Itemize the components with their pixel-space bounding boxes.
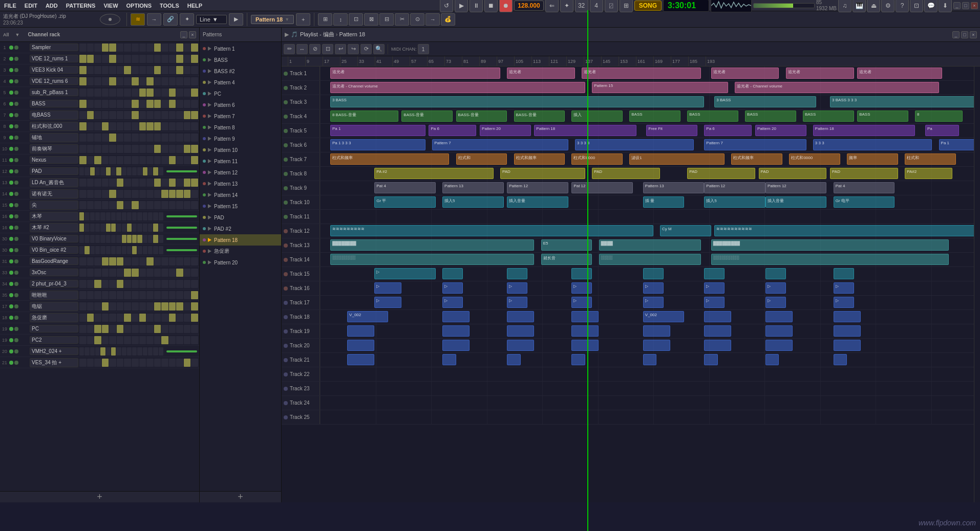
cr-pad-3[interactable] [102,111,109,119]
cr-pad-2[interactable] [94,66,101,74]
cr-pad-4[interactable] [109,55,116,63]
pl-tool-erase[interactable]: ⊘ [309,44,321,54]
cr-pad-14[interactable] [184,314,191,322]
channel-row[interactable]: 10 前奏钢琴 [0,143,199,154]
channel-mute-dot[interactable] [14,46,18,50]
cr-pad-2[interactable] [90,212,95,220]
cr-pad-5[interactable] [117,134,124,142]
cr-pad-13[interactable] [176,179,183,187]
cr-pad-1[interactable] [87,280,94,288]
pl-btn-3[interactable]: ⊡ [349,13,363,26]
cr-pad-0[interactable] [79,66,87,74]
pattern-block[interactable]: 插入音量 [507,196,568,208]
cr-pad-13[interactable] [176,77,183,85]
channel-mute-dot[interactable] [14,91,18,95]
pattern-block[interactable]: 就长音 [541,254,592,265]
pattern-item[interactable]: BASS [200,54,281,65]
track-label[interactable]: Track 16 [282,281,320,295]
channel-mute-dot[interactable] [14,214,18,218]
pattern-block[interactable]: ░░░░░░░░ [330,254,534,265]
cr-pad-9[interactable] [146,325,154,333]
cr-pad-6[interactable] [111,224,116,232]
cr-pad-10[interactable] [154,291,161,299]
cr-pad-13[interactable] [148,212,153,220]
channel-name[interactable]: PC2 [30,336,78,344]
channel-active-dot[interactable] [9,46,13,50]
song-mode-button[interactable]: SONG [634,1,662,11]
pattern-block[interactable]: 追光者 - Channel volume [330,82,585,93]
cr-pad-6[interactable] [124,179,131,187]
channel-active-dot[interactable] [9,124,13,128]
cr-pad-9[interactable] [146,359,154,367]
cr-pad-2[interactable] [94,134,101,142]
cr-pad-8[interactable] [139,77,146,85]
cr-pad-9[interactable] [146,179,154,187]
channel-mute-dot[interactable] [14,79,18,83]
pattern-mode-btn[interactable]: ≋ [131,13,145,26]
cr-pad-1[interactable] [87,77,94,85]
link-btn[interactable]: 🔗 [163,13,178,26]
channel-mute-dot[interactable] [14,192,18,196]
cr-pad-15[interactable] [159,167,163,175]
cr-pad-2[interactable] [94,291,101,299]
channel-active-dot[interactable] [9,259,13,263]
cr-pad-10[interactable] [154,134,161,142]
track-content[interactable]: ≋≋≋≋≋≋≋≋≋Cy M≋≋≋≋≋≋≋≋≋≋ [320,224,974,238]
cr-pad-15[interactable] [191,359,198,367]
cr-pad-14[interactable] [184,111,191,119]
pp-add-button[interactable]: + [200,491,281,502]
cr-pad-9[interactable] [127,167,132,175]
menu-view[interactable]: VIEW [101,2,120,10]
cr-pad-8[interactable] [139,359,146,367]
cr-pad-3[interactable] [102,336,109,344]
cr-pad-7[interactable] [132,88,139,97]
pl-min[interactable]: _ [952,31,960,38]
track-label[interactable]: Track 8 [282,167,320,181]
cr-pad-14[interactable] [184,190,191,198]
cr-pad-6[interactable] [124,325,131,333]
pattern-block[interactable] [765,325,793,337]
cr-pad-8[interactable] [139,257,146,266]
cr-pad-4[interactable] [109,257,116,266]
cr-pad-14[interactable] [184,291,191,299]
pattern-item[interactable]: Pattern 18 [200,234,281,246]
channel-active-dot[interactable] [9,158,13,162]
track-content[interactable] [320,410,974,424]
pattern-block[interactable]: BASS [629,110,680,122]
cr-pad-12[interactable] [169,55,176,63]
cr-pad-2[interactable] [94,257,101,266]
pl-close[interactable]: × [970,31,977,38]
progress-bar[interactable] [753,3,815,8]
cr-pad-8[interactable] [139,66,146,74]
cr-pad-13[interactable] [176,269,183,277]
pattern-block[interactable]: ▷ [765,282,786,294]
maximize-button[interactable]: □ [962,2,969,9]
pattern-item[interactable]: Pattern 20 [200,257,281,268]
pattern-block[interactable]: 柱式和频率 [514,153,565,165]
channel-name[interactable]: 前奏钢琴 [30,144,78,153]
cr-pad-7[interactable] [132,257,139,266]
cr-pad-9[interactable] [127,212,132,220]
cr-pad-9[interactable] [127,246,132,254]
cr-pad-12[interactable] [169,134,176,142]
cr-pad-6[interactable] [124,122,131,130]
track-content[interactable] [320,339,974,352]
pl-btn-8[interactable]: → [425,13,440,26]
cr-pad-14[interactable] [153,246,158,254]
pattern-block[interactable] [571,311,599,322]
cr-pad-2[interactable] [94,111,101,119]
channel-mute-dot[interactable] [14,147,18,151]
pattern-item[interactable]: Pattern 12 [200,167,281,178]
pattern-block[interactable]: ≋≋≋≋≋≋≋≋≋ [330,225,653,236]
channel-row[interactable]: 16 木琴 #2 [0,222,199,233]
pattern-block[interactable]: 3 3 3 3 [575,139,694,150]
cr-pad-11[interactable] [161,257,168,266]
channel-active-dot[interactable] [9,316,13,320]
pattern-item[interactable]: Pattern 11 [200,156,281,167]
pl-tool-select[interactable]: ↔ [296,44,308,54]
cr-pad-0[interactable] [79,43,87,52]
cr-pad-0[interactable] [79,111,87,119]
track-content[interactable]: PA #2PADPADPADPADPADPA#2 [320,167,974,181]
cr-pad-1[interactable] [87,325,94,333]
cr-pad-10[interactable] [154,145,161,153]
